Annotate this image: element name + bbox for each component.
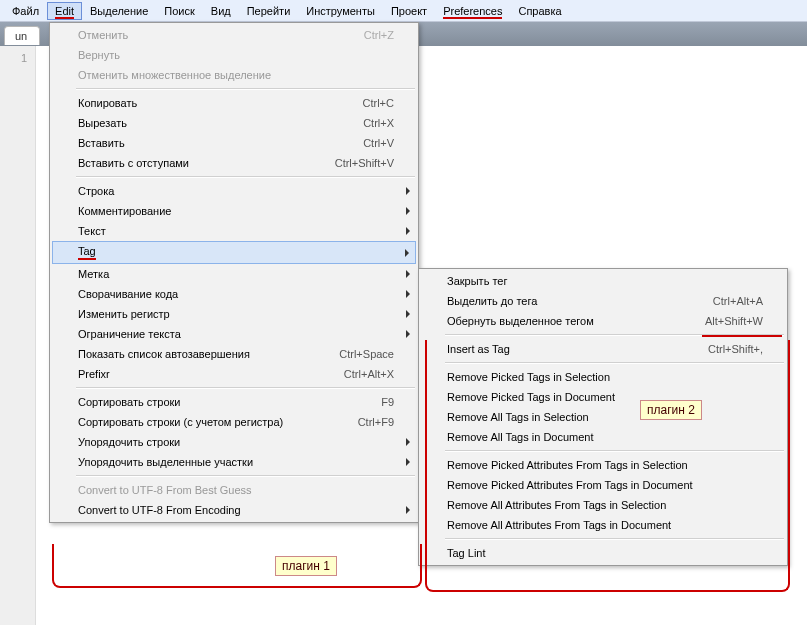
- file-tab[interactable]: un: [4, 26, 40, 45]
- menu-goto[interactable]: Перейти: [239, 2, 299, 20]
- mi-rm-picked-sel[interactable]: Remove Picked Tags in Selection: [421, 367, 785, 387]
- mi-rm-all-sel[interactable]: Remove All Tags in Selection: [421, 407, 785, 427]
- menu-tools[interactable]: Инструменты: [298, 2, 383, 20]
- submenu-arrow-icon: [406, 310, 410, 318]
- menu-separator: [76, 387, 415, 389]
- submenu-arrow-icon: [406, 227, 410, 235]
- line-gutter: 1: [0, 46, 36, 625]
- menu-separator: [445, 362, 784, 364]
- menu-separator: [445, 538, 784, 540]
- mi-autocomplete[interactable]: Показать список автозавершенияCtrl+Space: [52, 344, 416, 364]
- menu-preferences[interactable]: Preferences: [435, 2, 510, 20]
- mi-permute-sel[interactable]: Упорядочить выделенные участки: [52, 452, 416, 472]
- mi-rm-attr-picked-sel[interactable]: Remove Picked Attributes From Tags in Se…: [421, 455, 785, 475]
- submenu-arrow-icon: [405, 249, 409, 257]
- menu-separator: [76, 176, 415, 178]
- menu-file[interactable]: Файл: [4, 2, 47, 20]
- menu-separator: [445, 450, 784, 452]
- menu-edit[interactable]: Edit: [47, 2, 82, 20]
- mi-case[interactable]: Изменить регистр: [52, 304, 416, 324]
- submenu-arrow-icon: [406, 187, 410, 195]
- annotation-plugin2: плагин 2: [640, 400, 702, 420]
- mi-undo[interactable]: ОтменитьCtrl+Z: [52, 25, 416, 45]
- mi-mark[interactable]: Метка: [52, 264, 416, 284]
- menu-separator: [76, 475, 415, 477]
- mi-undo-multi[interactable]: Отменить множественное выделение: [52, 65, 416, 85]
- mi-rm-attr-picked-doc[interactable]: Remove Picked Attributes From Tags in Do…: [421, 475, 785, 495]
- menu-separator: [76, 88, 415, 90]
- submenu-arrow-icon: [406, 207, 410, 215]
- menu-project[interactable]: Проект: [383, 2, 435, 20]
- menubar: Файл Edit Выделение Поиск Вид Перейти Ин…: [0, 0, 807, 22]
- mi-tag[interactable]: Tag: [52, 241, 416, 264]
- submenu-arrow-icon: [406, 330, 410, 338]
- mi-wrap[interactable]: Ограничение текста: [52, 324, 416, 344]
- menu-find[interactable]: Поиск: [156, 2, 202, 20]
- mi-close-tag[interactable]: Закрыть тег: [421, 271, 785, 291]
- mi-expand-sel[interactable]: Выделить до тегаCtrl+Alt+A: [421, 291, 785, 311]
- submenu-arrow-icon: [406, 270, 410, 278]
- mi-redo[interactable]: Вернуть: [52, 45, 416, 65]
- mi-convert-guess[interactable]: Convert to UTF-8 From Best Guess: [52, 480, 416, 500]
- mi-rm-picked-doc[interactable]: Remove Picked Tags in Document: [421, 387, 785, 407]
- mi-prefixr[interactable]: PrefixrCtrl+Alt+X: [52, 364, 416, 384]
- mi-code-fold[interactable]: Сворачивание кода: [52, 284, 416, 304]
- mi-insert-tag[interactable]: Insert as TagCtrl+Shift+,: [421, 339, 785, 359]
- mi-rm-attr-all-sel[interactable]: Remove All Attributes From Tags in Selec…: [421, 495, 785, 515]
- submenu-arrow-icon: [406, 506, 410, 514]
- tag-submenu: Закрыть тег Выделить до тегаCtrl+Alt+A О…: [418, 268, 788, 566]
- submenu-arrow-icon: [406, 290, 410, 298]
- mi-sort-case[interactable]: Сортировать строки (с учетом регистра)Ct…: [52, 412, 416, 432]
- mi-paste-indent[interactable]: Вставить с отступамиCtrl+Shift+V: [52, 153, 416, 173]
- menu-selection[interactable]: Выделение: [82, 2, 156, 20]
- menu-view[interactable]: Вид: [203, 2, 239, 20]
- mi-permute-lines[interactable]: Упорядочить строки: [52, 432, 416, 452]
- mi-cut[interactable]: ВырезатьCtrl+X: [52, 113, 416, 133]
- mi-copy[interactable]: КопироватьCtrl+C: [52, 93, 416, 113]
- submenu-arrow-icon: [406, 438, 410, 446]
- edit-dropdown: ОтменитьCtrl+Z Вернуть Отменить множеств…: [49, 22, 419, 523]
- submenu-arrow-icon: [406, 458, 410, 466]
- mi-rm-all-doc[interactable]: Remove All Tags in Document: [421, 427, 785, 447]
- mi-wrap-sel[interactable]: Обернуть выделенное тегомAlt+Shift+W: [421, 311, 785, 331]
- menu-help[interactable]: Справка: [510, 2, 569, 20]
- mi-rm-attr-all-doc[interactable]: Remove All Attributes From Tags in Docum…: [421, 515, 785, 535]
- annotation-plugin1: плагин 1: [275, 556, 337, 576]
- menu-separator: [445, 334, 784, 336]
- mi-tag-lint[interactable]: Tag Lint: [421, 543, 785, 563]
- mi-sort[interactable]: Сортировать строкиF9: [52, 392, 416, 412]
- mi-text[interactable]: Текст: [52, 221, 416, 241]
- mi-paste[interactable]: ВставитьCtrl+V: [52, 133, 416, 153]
- mi-convert-enc[interactable]: Convert to UTF-8 From Encoding: [52, 500, 416, 520]
- line-number: 1: [0, 52, 27, 64]
- mi-comment[interactable]: Комментирование: [52, 201, 416, 221]
- mi-line[interactable]: Строка: [52, 181, 416, 201]
